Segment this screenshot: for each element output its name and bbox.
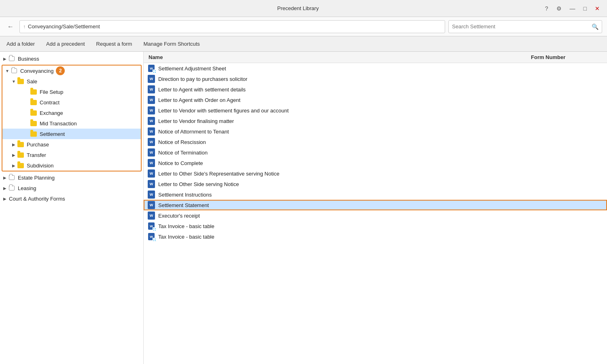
file-row-settlement-adjustment-sheet[interactable]: W Settlement Adjustment Sheet xyxy=(144,63,607,74)
col-header-form-number: Form Number xyxy=(531,54,604,60)
file-row-letter-other-side[interactable]: W Letter to Other Side serving Notice xyxy=(144,179,607,189)
label-mid-transaction: Mid Transaction xyxy=(40,121,77,127)
folder-icon-exchange xyxy=(30,109,37,116)
badge-conveyancing: 2 xyxy=(56,66,65,75)
request-form-button[interactable]: Request a form xyxy=(95,40,134,48)
file-list: Name Form Number W Settlement Adjustment… xyxy=(144,52,607,364)
word-icon: W xyxy=(147,180,156,188)
file-name: Settlement Instructions xyxy=(158,192,604,198)
chevron-purchase xyxy=(11,141,17,148)
file-name: Letter to Vendor with settlement figures… xyxy=(158,108,604,114)
search-icon: 🔍 xyxy=(592,23,599,30)
word-doc-icon: W xyxy=(148,159,155,167)
word-doc-icon: W xyxy=(148,106,155,114)
file-name: Notice of Rescission xyxy=(158,139,604,145)
word-doc-icon: W xyxy=(148,190,155,199)
label-subdivision: Subdivision xyxy=(27,163,54,169)
address-bar: ← ↑ Conveyancing/Sale/Settlement 🔍 xyxy=(0,17,607,36)
file-row-settlement-instructions[interactable]: W Settlement Instructions xyxy=(144,189,607,200)
label-purchase: Purchase xyxy=(27,142,49,148)
sidebar-item-settlement[interactable]: Settlement xyxy=(2,129,141,139)
sidebar-item-transfer[interactable]: Transfer xyxy=(2,150,141,160)
add-folder-button[interactable]: Add a folder xyxy=(5,40,36,48)
file-row-executors-receipt[interactable]: W Executor's receipt xyxy=(144,210,607,221)
file-row-letter-vendor-finalising[interactable]: W Letter to Vendor finalising matter xyxy=(144,116,607,126)
sidebar-item-court-authority[interactable]: Court & Authority Forms xyxy=(0,193,143,204)
label-settlement: Settlement xyxy=(40,131,65,137)
sidebar-item-file-setup[interactable]: File Setup xyxy=(2,87,141,97)
file-row-tax-invoice-1[interactable]: W Tax Invoice - basic table xyxy=(144,221,607,231)
sidebar-item-mid-transaction[interactable]: Mid Transaction xyxy=(2,118,141,129)
folder-icon-sale xyxy=(17,78,24,85)
label-business: Business xyxy=(18,56,39,62)
word-icon: W xyxy=(147,169,156,178)
manage-shortcuts-button[interactable]: Manage Form Shortcuts xyxy=(142,40,201,48)
chevron-leasing xyxy=(2,185,8,191)
file-name: Letter to Other Side serving Notice xyxy=(158,181,604,187)
sidebar-item-estate-planning[interactable]: Estate Planning xyxy=(0,172,143,183)
file-row-notice-attornment[interactable]: W Notice of Attornment to Tenant xyxy=(144,126,607,137)
folder-icon-estate-planning xyxy=(8,174,15,181)
folder-icon-file-setup xyxy=(30,88,37,95)
word-icon: W xyxy=(147,222,156,231)
chevron-transfer xyxy=(11,152,17,158)
sidebar-item-leasing[interactable]: Leasing xyxy=(0,183,143,193)
file-row-letter-vendor-figures[interactable]: W Letter to Vendor with settlement figur… xyxy=(144,105,607,116)
file-name: Letter to Vendor finalising matter xyxy=(158,118,604,124)
file-name: Letter to Other Side's Representative se… xyxy=(158,171,604,177)
sidebar-item-subdivision[interactable]: Subdivision xyxy=(2,160,141,171)
minimize-button[interactable]: — xyxy=(567,4,578,13)
path-box: ↑ Conveyancing/Sale/Settlement xyxy=(19,20,445,33)
label-exchange: Exchange xyxy=(40,110,63,116)
chevron-business xyxy=(2,55,8,62)
folder-icon-transfer xyxy=(17,151,24,159)
file-row-tax-invoice-2[interactable]: W Tax Invoice - basic table xyxy=(144,231,607,242)
file-name: Tax Invoice - basic table xyxy=(158,223,604,229)
folder-icon-mid-transaction xyxy=(30,120,37,127)
file-name: Letter to Agent with Order on Agent xyxy=(158,97,604,103)
label-sale: Sale xyxy=(27,78,37,85)
folder-icon-leasing xyxy=(8,184,15,192)
file-row-settlement-statement[interactable]: W Settlement Statement 3 xyxy=(144,200,607,210)
search-input[interactable] xyxy=(452,23,589,30)
toolbar: Add a folder Add a precedent Request a f… xyxy=(0,36,607,52)
sidebar-item-exchange[interactable]: Exchange xyxy=(2,108,141,118)
chevron-conveyancing xyxy=(4,68,11,74)
file-row-letter-other-side-rep[interactable]: W Letter to Other Side's Representative … xyxy=(144,168,607,179)
path-icon: ↑ xyxy=(23,24,25,30)
label-estate-planning: Estate Planning xyxy=(18,175,55,181)
sidebar-item-business[interactable]: Business xyxy=(0,53,143,64)
file-row-notice-complete[interactable]: W Notice to Complete xyxy=(144,158,607,168)
folder-icon-contract xyxy=(30,99,37,106)
add-precedent-button[interactable]: Add a precedent xyxy=(45,40,86,48)
chevron-estate-planning xyxy=(2,174,8,181)
sidebar-item-purchase[interactable]: Purchase xyxy=(2,139,141,150)
maximize-button[interactable]: □ xyxy=(581,4,589,13)
file-row-letter-agent-settlement[interactable]: W Letter to Agent with settlement detail… xyxy=(144,84,607,95)
help-button[interactable]: ? xyxy=(543,4,551,13)
file-row-letter-agent-order[interactable]: W Letter to Agent with Order on Agent xyxy=(144,95,607,105)
chevron-sale xyxy=(11,78,17,85)
word-icon: W xyxy=(147,232,156,241)
file-name: Notice to Complete xyxy=(158,160,604,166)
sidebar: Business Conveyancing 2 Sale File Setup xyxy=(0,52,144,364)
file-name: Settlement Statement xyxy=(158,202,604,208)
chevron-subdivision xyxy=(11,162,17,169)
close-button[interactable]: ✕ xyxy=(592,4,602,13)
file-row-notice-rescission[interactable]: W Notice of Rescission xyxy=(144,137,607,147)
word-icon: W xyxy=(147,116,156,125)
word-doc-icon: W xyxy=(148,212,155,220)
settings-button[interactable]: ⚙ xyxy=(554,4,564,13)
sidebar-item-contract[interactable]: Contract xyxy=(2,97,141,108)
back-button[interactable]: ← xyxy=(5,22,16,31)
col-header-name: Name xyxy=(147,54,531,60)
chevron-court-authority xyxy=(2,195,8,202)
word-doc-icon: W xyxy=(148,85,155,93)
sidebar-item-sale[interactable]: Sale xyxy=(2,76,141,87)
sidebar-item-conveyancing[interactable]: Conveyancing 2 xyxy=(2,66,141,76)
file-row-notice-termination[interactable]: W Notice of Termination xyxy=(144,147,607,158)
label-file-setup: File Setup xyxy=(40,89,64,95)
file-row-direction-to-pay[interactable]: W Direction to pay to purchasers solicit… xyxy=(144,74,607,84)
word-icon: W xyxy=(147,85,156,94)
table-overlay-icon xyxy=(153,238,157,242)
